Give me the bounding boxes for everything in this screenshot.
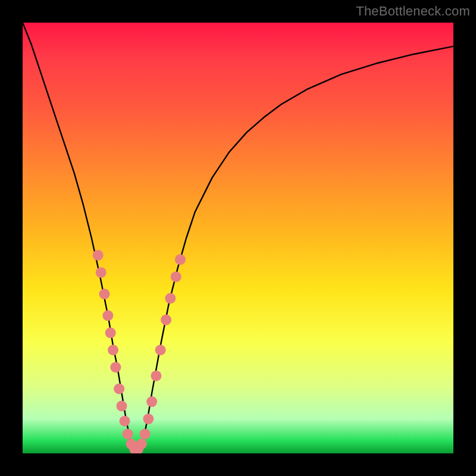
plot-area: [23, 23, 453, 453]
match-point: [99, 289, 110, 299]
match-point: [165, 293, 176, 303]
match-point: [136, 439, 147, 449]
match-point: [123, 428, 133, 439]
match-point: [108, 345, 118, 355]
watermark-text: TheBottleneck.com: [356, 4, 470, 19]
chart-svg: [23, 23, 453, 453]
match-point: [110, 362, 121, 372]
match-point: [120, 416, 130, 427]
match-points-group: [93, 250, 186, 453]
match-point: [146, 396, 157, 407]
chart-frame: TheBottleneck.com: [0, 0, 476, 476]
match-point: [102, 310, 113, 321]
match-point: [114, 383, 124, 394]
match-point: [140, 428, 151, 439]
match-point: [161, 315, 171, 325]
match-point: [93, 250, 104, 261]
match-point: [117, 400, 127, 411]
match-point: [171, 271, 181, 282]
match-point: [151, 371, 161, 381]
bottleneck-curve: [23, 23, 453, 451]
match-point: [155, 345, 166, 355]
match-point: [105, 327, 116, 338]
match-point: [175, 254, 186, 265]
match-point: [96, 267, 107, 278]
match-point: [143, 414, 154, 424]
